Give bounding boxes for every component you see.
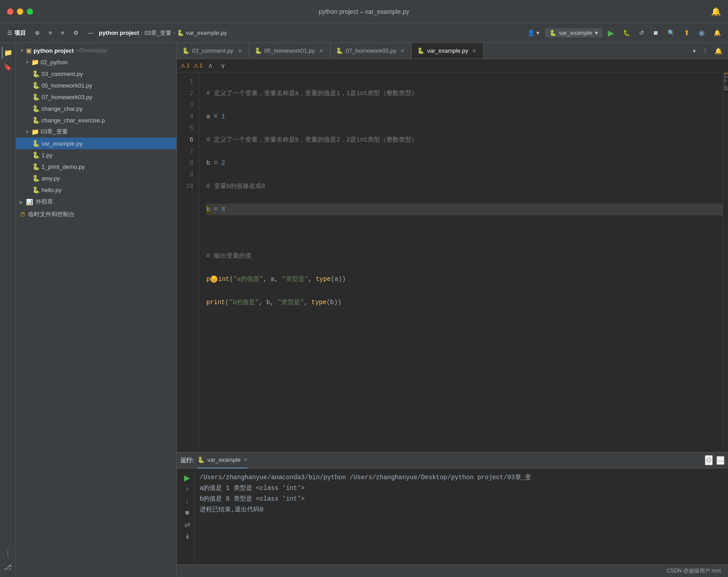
code-line-4: b = 2 [206, 157, 723, 169]
tab-close-varexample[interactable]: ✕ [471, 47, 478, 54]
stop-button[interactable]: ⏹ [649, 28, 662, 38]
warning-icon-2: ⚠ [193, 63, 198, 69]
tree-file-changechar[interactable]: 🐍 change_char.py [16, 103, 176, 114]
code-editor-area[interactable]: 1 2 3 4 5 6 7 8 9 10 # 定义了一个变量，变量名称是a，变量… [177, 72, 728, 452]
tree-file-hello[interactable]: 🐍 hello.py [16, 184, 176, 196]
sidebar-icon-git[interactable]: ⎇ [2, 561, 14, 573]
code-line-7 [206, 227, 723, 238]
breadcrumb-file[interactable]: var_example.py [186, 29, 227, 36]
chevron-03chapter: ▼ [25, 130, 29, 134]
run-button[interactable]: ▶ [604, 26, 618, 40]
terminal-panel: 运行: 🐍 var_example ✕ ⚙ — ▶ ↑ [177, 452, 728, 577]
breadcrumb-root[interactable]: python project [99, 29, 139, 36]
line-num-2: 2 [177, 88, 193, 99]
tree-external-libs[interactable]: ▶ 📊 外部库 [16, 196, 176, 208]
tabs-dropdown-button[interactable]: ▾ [690, 46, 698, 55]
root-project-label: python project [33, 47, 74, 54]
tab-close-07homework[interactable]: ✕ [399, 47, 406, 54]
terminal-settings-button[interactable]: ⚙ [705, 455, 713, 465]
gear-icon: ⚙ [73, 29, 79, 36]
plugin-button[interactable]: ◉ [695, 27, 708, 39]
terminal-run-tab[interactable]: 🐍 var_example ✕ [197, 452, 247, 468]
tree-file-03comment[interactable]: 🐍 03_comment.py [16, 68, 176, 79]
line-num-3: 3 [177, 99, 193, 111]
tabs-notification-button[interactable]: 🔔 [712, 46, 724, 55]
expand-all-button[interactable]: ≡ [58, 28, 68, 38]
terminal-rerun-button[interactable]: ⇄ [184, 520, 190, 529]
close-button[interactable] [7, 8, 13, 15]
line-num-7: 7 [177, 146, 193, 157]
tab-icon-07homework: 🐍 [336, 47, 343, 54]
py-icon-hello: 🐍 [32, 186, 40, 193]
notification-bell[interactable]: 🔔 [710, 28, 724, 38]
line-num-5: 5 [177, 122, 193, 134]
minus-icon: — [88, 29, 93, 36]
tree-file-05homework[interactable]: 🐍 05_homework01.py [16, 79, 176, 91]
tree-folder-02python[interactable]: ▼ 📁 02_python [16, 56, 176, 68]
tab-close-05homework[interactable]: ✕ [318, 47, 325, 54]
chevron-extlibs: ▶ [20, 200, 23, 205]
warning-count-2: 1 [200, 63, 203, 69]
status-right: CSDN @超级用户 root [666, 567, 721, 575]
code-line-10: print("b的值是", b, "类型是", type(b)) [206, 297, 723, 308]
folder-tree-icon: 📁 [4, 49, 13, 57]
minimize-panel-button[interactable]: — [84, 28, 97, 38]
next-warning-button[interactable]: ∨ [218, 61, 227, 70]
notifications-icon[interactable]: 🔔 [711, 7, 721, 17]
maximize-button[interactable] [27, 8, 33, 15]
tree-file-1printdemo[interactable]: 🐍 1_print_demo.py [16, 161, 176, 172]
editor-container: 1 2 3 4 5 6 7 8 9 10 # 定义了一个变量，变量名称是a，变量… [177, 72, 728, 452]
upload-button[interactable]: ⬆ [680, 27, 693, 39]
project-label: 项目 [14, 29, 26, 37]
tree-file-1py[interactable]: 🐍 1.py [16, 149, 176, 161]
tree-folder-03chapter[interactable]: ▼ 📁 03章_变量 [16, 126, 176, 138]
terminal-stop-button[interactable]: ■ [185, 509, 189, 517]
sidebar-icon-project[interactable]: 📁 [2, 46, 14, 59]
tab-close-03comment[interactable]: ✕ [236, 47, 243, 54]
search-button[interactable]: 🔍 [664, 28, 678, 38]
tabs-more-button[interactable]: ⋮ [700, 46, 711, 55]
settings-button[interactable]: ⚙ [70, 28, 82, 38]
debug-button[interactable]: 🐛 [619, 28, 634, 38]
sidebar-icon-structure[interactable]: ⋮ [2, 547, 14, 559]
terminal-tab-close[interactable]: ✕ [243, 457, 247, 463]
tab-05homework[interactable]: 🐍 05_homework01.py ✕ [249, 43, 331, 59]
terminal-scroll-down-button[interactable]: ↓ [185, 497, 189, 505]
breadcrumb: python project › 03章_变量 › 🐍 var_example.… [99, 29, 227, 37]
tab-varexample[interactable]: 🐍 var_example.py ✕ [412, 43, 484, 59]
tree-file-amy[interactable]: 🐍 amy.py [16, 172, 176, 184]
terminal-scroll-to-end-button[interactable]: ↡ [184, 532, 190, 541]
user-button[interactable]: 👤 ▾ [524, 28, 543, 38]
minimize-button[interactable] [17, 8, 23, 15]
terminal-minimize-button[interactable]: — [716, 456, 724, 465]
status-bar: CSDN @超级用户 root [177, 564, 728, 577]
bug-icon: 🐛 [623, 29, 630, 36]
breadcrumb-folder[interactable]: 03章_变量 [144, 29, 172, 37]
tab-label-07homework: 07_homework03.py [346, 47, 396, 54]
root-folder-icon: ▣ [26, 47, 32, 54]
tree-file-07homework[interactable]: 🐍 07_homework03.py [16, 91, 176, 103]
terminal-gear-icon: ⚙ [706, 456, 712, 464]
prev-warning-button[interactable]: ∧ [206, 61, 215, 70]
file-05homework-label: 05_homework01.py [42, 82, 92, 89]
code-content[interactable]: # 定义了一个变量，变量名称是a，变量的值是1，1是int类型（整数类型） a … [199, 72, 723, 452]
reload-button[interactable]: ↺ [636, 28, 648, 38]
tree-temp-files[interactable]: ⏱ 临时文件和控制台 [16, 208, 176, 221]
tree-file-varexample[interactable]: 🐍 var_example.py [16, 138, 176, 149]
navigate-back-button[interactable]: ⊕ [31, 28, 43, 38]
search-icon: 🔍 [668, 29, 675, 36]
terminal-output-1: a的值是 1 类型是 <class 'int'> [200, 483, 721, 493]
warning-badge-2[interactable]: ⚠ 1 [193, 63, 203, 69]
tab-03comment[interactable]: 🐍 03_comment.py ✕ [177, 43, 249, 59]
tree-file-changecharex[interactable]: 🐍 change_char_exercise.p [16, 114, 176, 126]
collapse-all-button[interactable]: ≡ [45, 28, 56, 38]
tree-root-project[interactable]: ▼ ▣ python project ~/Desktop/py [16, 45, 176, 56]
warning-badge-1[interactable]: ⚠ 1 [180, 63, 190, 69]
sidebar-icon-bookmarks[interactable]: 🔖 [2, 61, 14, 73]
tab-07homework[interactable]: 🐍 07_homework03.py ✕ [331, 43, 412, 59]
sidebar-toggle-button[interactable]: ☰ 项目 [4, 27, 29, 39]
run-config-selector[interactable]: 🐍 var_example ▾ [545, 28, 602, 38]
file-changechar-label: change_char.py [42, 105, 83, 112]
terminal-run-button[interactable]: ▶ [184, 474, 190, 482]
terminal-scroll-up-button[interactable]: ↑ [185, 485, 189, 493]
